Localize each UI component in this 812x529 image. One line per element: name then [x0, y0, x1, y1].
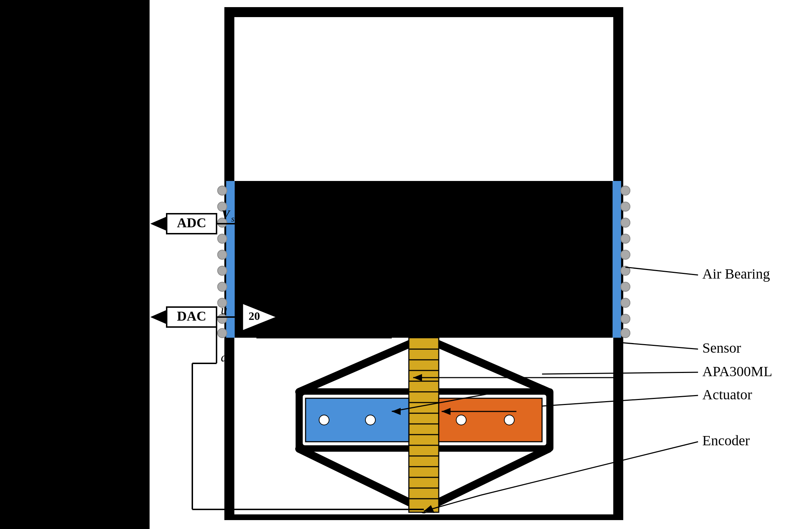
svg-point-17	[218, 328, 227, 338]
svg-point-11	[218, 234, 227, 243]
svg-point-55	[456, 415, 466, 425]
svg-rect-35	[409, 338, 439, 512]
va-subscript: a	[293, 308, 297, 317]
svg-point-56	[504, 415, 514, 425]
main-diagram: ADC V s DAC u 20 PD200 V a d e Air Beari…	[0, 0, 812, 529]
svg-point-24	[621, 282, 630, 291]
svg-point-20	[621, 218, 630, 227]
svg-point-14	[218, 282, 227, 291]
dac-label: DAC	[177, 308, 206, 323]
de-subscript: e	[229, 357, 233, 366]
pd200-label: PD200	[239, 289, 270, 302]
svg-point-19	[621, 202, 630, 211]
svg-point-52	[319, 415, 329, 425]
vs-subscript: s	[231, 214, 234, 223]
svg-rect-6	[226, 181, 235, 338]
svg-rect-7	[613, 181, 621, 338]
amp-gain-label: 20	[249, 310, 260, 322]
svg-rect-4	[234, 17, 613, 181]
svg-rect-54	[439, 398, 542, 442]
u-label: u	[221, 303, 227, 317]
sensor-label: Sensor	[702, 340, 741, 356]
svg-point-13	[218, 266, 227, 275]
svg-point-53	[365, 415, 375, 425]
svg-point-25	[621, 298, 630, 307]
svg-point-8	[218, 186, 227, 195]
air-bearing-label: Air Bearing	[702, 266, 770, 282]
svg-point-22	[621, 250, 630, 259]
svg-point-18	[621, 186, 630, 195]
svg-point-27	[621, 328, 630, 338]
svg-point-26	[621, 314, 630, 323]
svg-rect-0	[0, 0, 150, 529]
apa300ml-label: APA300ML	[702, 363, 772, 379]
actuator-label: Actuator	[702, 387, 752, 403]
adc-label: ADC	[177, 215, 206, 230]
svg-point-12	[218, 250, 227, 259]
encoder-label: Encoder	[702, 432, 750, 448]
de-label: d	[221, 350, 228, 364]
svg-point-21	[621, 234, 630, 243]
